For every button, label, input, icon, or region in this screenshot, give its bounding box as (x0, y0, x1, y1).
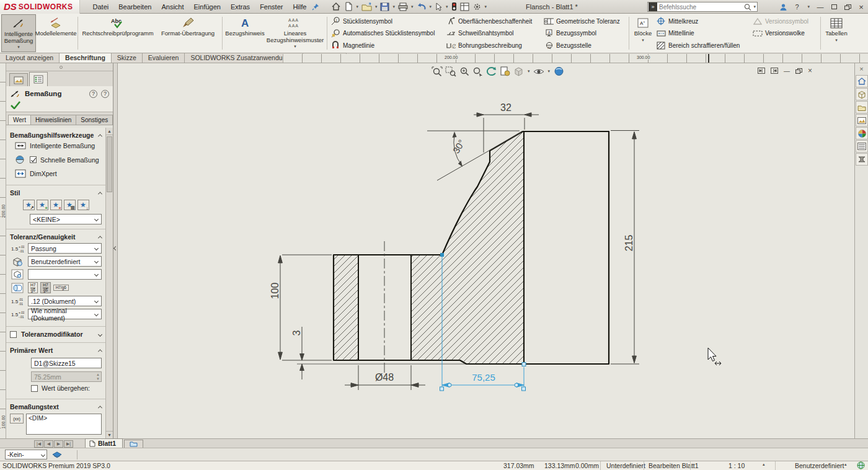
dimension-100[interactable]: 100 (270, 255, 332, 360)
help-icon[interactable]: ? (792, 3, 801, 11)
print-caret-icon[interactable]: ▾ (410, 4, 415, 9)
collapse-icon[interactable] (98, 192, 102, 196)
sheet-tab-blatt1[interactable]: Blatt1 (85, 438, 123, 448)
dim-arrow-handle-right[interactable] (515, 383, 518, 387)
menu-ansicht[interactable]: Ansicht (157, 2, 188, 12)
smart-dimension-caret-icon[interactable]: ▾ (17, 45, 20, 50)
tab-property-manager[interactable] (29, 72, 48, 86)
dimension-3[interactable]: 3 (291, 327, 304, 379)
dim-attach-point-right[interactable] (522, 363, 526, 366)
dim-attach-point-top[interactable] (440, 253, 444, 257)
search-icon[interactable] (743, 3, 752, 11)
collapse-icon[interactable] (98, 236, 102, 240)
ribbon-item-magnetic-line[interactable]: Magnetlinie (330, 40, 443, 50)
ribbon-item-revision-symbol[interactable]: Versionssymbol (753, 16, 817, 26)
close-icon[interactable]: × (857, 3, 866, 11)
subtab-hinweislinien[interactable]: Hinweislinien (30, 115, 76, 125)
zoom-selection-icon[interactable] (472, 66, 484, 77)
options-caret-icon[interactable]: ▾ (484, 4, 489, 9)
tab-layout-anzeigen[interactable]: Layout anzeigen (0, 53, 60, 63)
style-save-button[interactable]: ★▤ (64, 200, 76, 210)
zoom-fit-icon[interactable] (431, 66, 443, 77)
hide-show-caret-icon[interactable]: ▾ (547, 69, 552, 74)
save-caret-icon[interactable]: ▾ (391, 4, 396, 9)
pin-icon[interactable] (311, 2, 321, 11)
style-delete-button[interactable]: ★× (50, 200, 62, 210)
section-hatch[interactable] (334, 131, 524, 364)
dim-handle-left[interactable] (440, 387, 444, 391)
panel-splitter[interactable] (113, 63, 118, 438)
zoom-area-icon[interactable] (445, 66, 456, 77)
layer-properties-icon[interactable] (52, 451, 62, 458)
dimension-value-spinner[interactable]: 75.25mm▲▼ (31, 371, 102, 382)
tolerance-precision-dropdown[interactable]: Wie nominal (Dokument) (28, 309, 102, 319)
subtab-wert[interactable]: Wert (8, 115, 31, 125)
search-caret-icon[interactable]: ▾ (752, 4, 757, 9)
minimize-icon[interactable]: — (816, 3, 825, 11)
dim-text-position-icon[interactable]: (xx) (10, 414, 24, 423)
expand-icon[interactable] (98, 332, 102, 336)
dim-handle-right[interactable] (522, 387, 526, 391)
new-caret-icon[interactable]: ▾ (355, 4, 360, 9)
rotate-view-icon[interactable] (485, 66, 497, 77)
ribbon-spellcheck[interactable]: Abc Rechtschreibprüfprogramm (80, 14, 156, 52)
fit-type-dropdown[interactable]: Benutzerdefiniert (28, 256, 102, 267)
menu-fenster[interactable]: Fenster (255, 2, 287, 12)
sheet-properties-icon[interactable] (459, 2, 471, 12)
new-document-icon[interactable] (343, 1, 354, 12)
undo-icon[interactable] (415, 2, 428, 12)
view-settings-icon[interactable] (553, 66, 565, 77)
menu-einfuegen[interactable]: Einfügen (190, 2, 225, 12)
dimension-diameter-48[interactable]: Ø48 (345, 365, 425, 390)
maximize-icon[interactable] (830, 3, 838, 11)
ribbon-smart-dimension[interactable]: Intelligente Bemaßung ▾ (1, 14, 36, 52)
profiles-icon[interactable] (856, 153, 868, 166)
last-sheet-icon[interactable]: ▶| (64, 440, 73, 448)
user-icon[interactable] (779, 3, 787, 11)
ribbon-item-datum-symbol[interactable]: ABezugssymbol (544, 29, 626, 38)
next-sheet-icon[interactable]: ▶ (54, 440, 63, 448)
ribbon-item-revision-cloud[interactable]: Versionswolke (753, 29, 817, 38)
home-icon[interactable] (330, 1, 342, 12)
help-circle-icon[interactable]: ? (101, 90, 109, 98)
ribbon-item-hole-callout[interactable]: ∅Bohrungsbeschreibung (446, 40, 541, 50)
command-search[interactable]: » ▾ (647, 2, 758, 12)
quick-tips-icon[interactable]: ? (89, 90, 97, 98)
ribbon-item-area-hatch[interactable]: Bereich schraffieren/füllen (656, 40, 750, 50)
open-caret-icon[interactable]: ▾ (374, 4, 379, 9)
ribbon-item-balloon[interactable]: 1Stücklistensymbol (330, 16, 443, 26)
help-caret-icon[interactable]: ▾ (806, 4, 811, 9)
viewport-restore-icon[interactable] (795, 68, 802, 74)
hole-fit-dropdown[interactable] (28, 269, 102, 280)
open-icon[interactable] (360, 2, 373, 12)
task-pane-close-icon[interactable]: × (855, 63, 868, 74)
ribbon-blocks[interactable]: A° Blöcke ▾ (631, 14, 655, 52)
home-tab-icon[interactable] (856, 75, 868, 87)
ribbon-item-auto-balloon[interactable]: Automatisches Stücklistensymbol (330, 29, 443, 38)
subtab-sonstiges[interactable]: Sonstiges (76, 115, 113, 125)
tab-beschriftung[interactable]: Beschriftung (59, 53, 112, 63)
tool-dimxpert[interactable]: DimXpert (10, 167, 102, 180)
viewport-minimize-icon[interactable]: — (784, 68, 790, 74)
options-gear-icon[interactable] (471, 2, 483, 12)
ribbon-note[interactable]: A Bezugshinweis (224, 14, 265, 52)
first-sheet-icon[interactable]: |◀ (34, 440, 43, 448)
scroll-up-icon[interactable]: ▲ (106, 128, 113, 135)
scroll-down-icon[interactable]: ▼ (106, 431, 113, 438)
ribbon-item-weld-symbol[interactable]: Schweißnahtsymbol (446, 29, 541, 38)
dimension-215[interactable]: 215 (611, 131, 639, 365)
ribbon-format-painter[interactable]: Format-Übertragung (156, 14, 220, 52)
ok-check-icon[interactable] (10, 100, 21, 109)
ribbon-item-centerline[interactable]: Mittellinie (656, 29, 750, 38)
undo-caret-icon[interactable]: ▾ (428, 4, 433, 9)
appearances-icon[interactable] (856, 127, 868, 140)
rebuild-traffic-icon[interactable] (450, 1, 458, 12)
layer-dropdown[interactable]: -Kein- (5, 450, 47, 459)
save-icon[interactable] (379, 2, 391, 12)
scroll-thumb[interactable] (107, 136, 112, 192)
fit-stacked-button[interactable]: H7g6 (40, 282, 50, 293)
previous-pane-icon[interactable] (758, 68, 765, 74)
restore-icon[interactable] (843, 3, 852, 11)
tolerance-modifier-checkbox[interactable] (10, 331, 17, 338)
status-units[interactable]: Benutzerdefiniert (795, 462, 844, 469)
